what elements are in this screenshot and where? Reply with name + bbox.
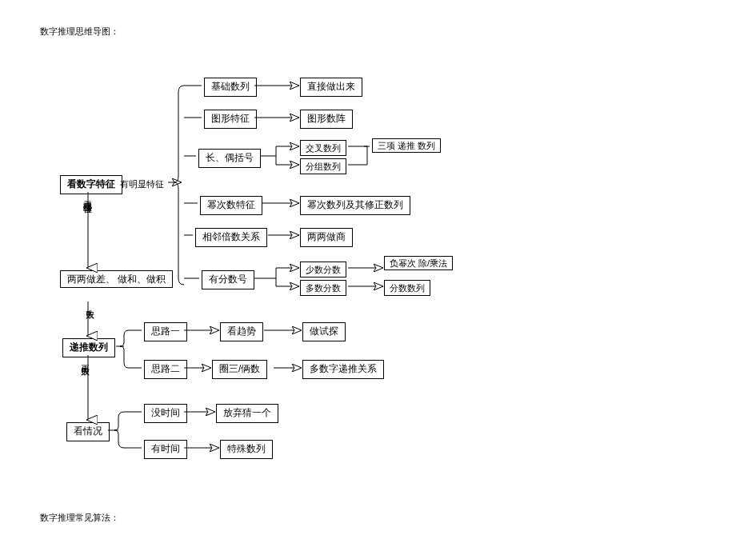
node-b2a-r2: 做试探: [302, 322, 346, 341]
node-a6: 有分数号: [202, 270, 254, 289]
node-b2a-r1: 看趋势: [220, 322, 263, 341]
node-root: 看数字特征: [60, 175, 122, 194]
page-title-bottom: 数字推理常见算法：: [40, 512, 119, 524]
node-a2r: 图形数阵: [300, 110, 353, 129]
label-not-obvious: 无明显特征: [83, 194, 93, 198]
connectors: [0, 0, 756, 535]
node-b3b: 有时间: [144, 440, 187, 459]
label-b1-fail: 失败: [86, 302, 95, 304]
node-a1r: 直接做出来: [300, 78, 362, 97]
node-b1: 两两做差、 做和、做积: [60, 270, 173, 288]
node-a4r: 幂次数列及其修正数列: [300, 196, 410, 215]
node-a3r1: 交叉数列: [300, 140, 346, 156]
node-b2: 递推数列: [62, 338, 115, 357]
node-a5: 相邻倍数关系: [195, 228, 267, 247]
page-title-top: 数字推理思维导图：: [40, 26, 119, 38]
label-b2-fail: 再失败: [81, 358, 90, 361]
label-obvious: 有明显特征: [120, 178, 164, 190]
node-a6s2: 分数数列: [384, 280, 430, 296]
node-b3b-r: 特殊数列: [220, 440, 273, 459]
node-a3r2: 分组数列: [300, 158, 346, 174]
node-a3side: 三项 递推 数列: [372, 138, 441, 153]
node-b3a-r: 放弃猜一个: [216, 404, 278, 423]
node-a6r2: 多数分数: [300, 280, 346, 296]
node-b2a: 思路一: [144, 322, 187, 341]
node-a2: 图形特征: [204, 110, 257, 129]
node-a5r: 两两做商: [300, 228, 353, 247]
node-a1: 基础数列: [204, 78, 257, 97]
node-a6s1: 负幂次 除/乘法: [384, 256, 453, 270]
node-a4: 幂次数特征: [200, 196, 262, 215]
node-b2b-r2: 多数字递推关系: [302, 360, 384, 379]
node-b3a: 没时间: [144, 404, 187, 423]
node-b3: 看情况: [66, 422, 110, 441]
node-b2b: 思路二: [144, 360, 187, 379]
node-b2b-r1: 圈三/俩数: [212, 360, 267, 379]
node-a3: 长、偶括号: [198, 149, 261, 168]
node-a6r1: 少数分数: [300, 262, 346, 277]
